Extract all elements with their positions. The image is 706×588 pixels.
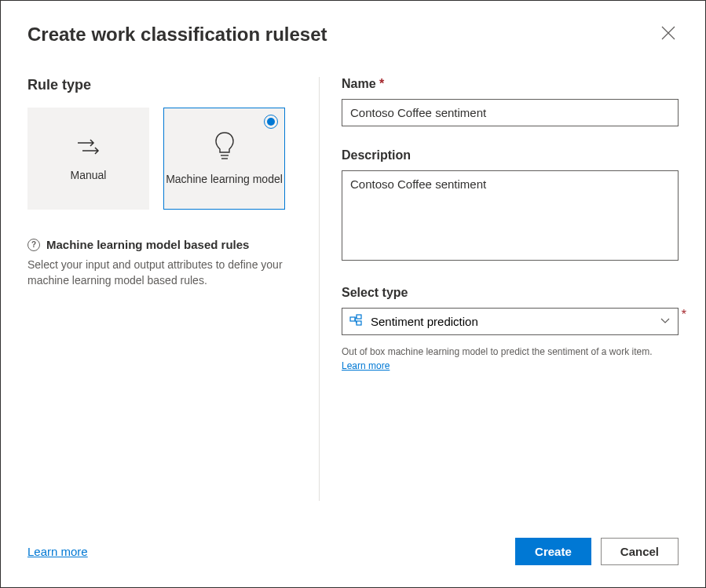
name-label-text: Name [342,77,376,90]
helper-learn-more-link[interactable]: Learn more [342,359,390,373]
footer-learn-more-link[interactable]: Learn more [27,545,88,558]
close-button[interactable] [658,23,679,46]
rule-type-cards: Manual Machine learning model [27,108,297,210]
cancel-button[interactable]: Cancel [601,538,679,565]
name-label: Name * [342,77,679,91]
field-select-type: Select type * Out of box machine [342,286,679,373]
card-label-ml: Machine learning model [166,172,283,186]
required-asterisk: * [379,77,384,90]
description-label: Description [342,148,679,163]
svg-rect-1 [357,315,361,319]
footer-buttons: Create Cancel [515,538,679,565]
card-label-manual: Manual [71,168,107,182]
radio-selected-icon [264,115,278,129]
helper-text-content: Out of box machine learning model to pre… [342,346,653,357]
field-name: Name * [342,77,679,126]
right-pane: Name * Description Contoso Coffee sentim… [320,77,679,501]
rule-type-card-manual[interactable]: Manual [27,108,149,210]
create-button[interactable]: Create [515,538,591,565]
prediction-icon [349,314,362,330]
rule-type-label: Rule type [27,77,297,93]
close-icon [661,26,675,40]
field-description: Description Contoso Coffee sentiment [342,148,679,264]
rule-type-card-ml[interactable]: Machine learning model [163,108,285,210]
select-type-wrapper: * [342,308,679,335]
rules-heading-text: Machine learning model based rules [46,238,249,251]
chevron-down-icon [660,315,671,329]
dialog-header: Create work classification ruleset [1,1,705,46]
svg-rect-0 [350,317,355,321]
name-input[interactable] [342,99,679,126]
dialog-title: Create work classification ruleset [27,24,327,46]
manual-icon [75,135,102,160]
dialog-footer: Learn more Create Cancel [1,522,705,587]
rules-description: Select your input and output attributes … [27,257,297,288]
dialog-body: Rule type Manual [1,46,705,501]
required-asterisk-outer: * [682,308,686,322]
description-textarea[interactable]: Contoso Coffee sentiment [342,170,679,261]
helper-text: Out of box machine learning model to pre… [342,345,679,373]
left-pane: Rule type Manual [27,77,320,501]
svg-rect-2 [357,321,361,325]
select-type-dropdown[interactable] [342,308,679,335]
select-type-label: Select type [342,286,679,300]
lightbulb-icon [213,131,236,164]
rules-heading: ? Machine learning model based rules [27,238,297,251]
help-icon: ? [27,239,40,251]
